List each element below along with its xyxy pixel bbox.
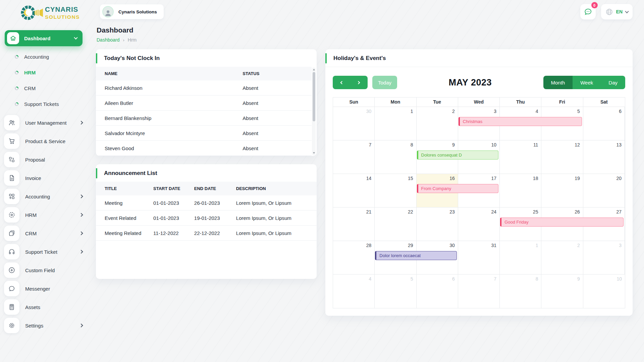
day-number: 2 <box>452 109 455 114</box>
calendar-day-cell[interactable]: 10 <box>583 275 625 308</box>
globe-icon <box>605 8 613 16</box>
calendar-day-cell[interactable]: 7 <box>458 275 500 308</box>
language-selector[interactable]: EN <box>601 4 633 19</box>
day-number: 29 <box>408 243 413 248</box>
nav-item-label: Invoice <box>25 175 83 181</box>
calendar-day-cell[interactable]: 7 <box>333 140 375 174</box>
employee-name: Bernard Blankenship <box>96 115 243 121</box>
announcement-title: Event Related <box>96 215 153 221</box>
calendar-day-cell[interactable]: 19 <box>541 174 583 207</box>
calendar-event[interactable]: Good Friday <box>500 218 624 227</box>
calendar-day-cell[interactable]: 15 <box>375 174 416 207</box>
calendar-day-cell[interactable]: 8 <box>500 275 541 308</box>
sidebar-item-product-service[interactable]: Product & Service <box>4 133 83 149</box>
day-number: 15 <box>408 176 413 181</box>
calendar-day-cell[interactable]: 21 <box>333 207 375 241</box>
calendar-day-cell[interactable]: 13 <box>583 140 625 174</box>
day-number: 16 <box>449 176 455 181</box>
announcement-start-date: 01-01-2023 <box>153 200 194 206</box>
sidebar-item-accounting[interactable]: Accounting <box>4 189 83 204</box>
day-of-week-header: Wed <box>458 98 500 107</box>
calendar-event[interactable]: From Company <box>417 184 499 193</box>
sidebar-subitem-hrm[interactable]: HRM <box>4 65 83 80</box>
calendar-weeks: 30123456Christmas78910111213Dolores cons… <box>333 107 625 308</box>
nav-item-label: Product & Service <box>25 138 83 144</box>
announcement-card-title: Announcement List <box>96 164 317 182</box>
calendar-day-cell[interactable]: 24 <box>458 207 500 241</box>
day-number: 11 <box>533 142 538 147</box>
sidebar-item-crm[interactable]: CRM <box>4 226 83 241</box>
main-content: Cynaris Solutions 0 EN <box>88 0 644 362</box>
sidebar-subitem-accounting[interactable]: Accounting <box>4 49 83 65</box>
column-header-end-date: END DATE <box>194 182 236 195</box>
breadcrumb-dashboard-link[interactable]: Dashboard <box>97 37 120 43</box>
calendar-day-cell[interactable]: 12 <box>541 140 583 174</box>
calendar-day-cell[interactable]: 1 <box>500 241 541 274</box>
hrm-icon <box>4 207 19 223</box>
column-header-start-date: START DATE <box>153 182 194 195</box>
nav-item-label: Accounting <box>25 194 80 199</box>
profile-chip[interactable]: Cynaris Solutions <box>100 4 164 19</box>
sidebar-item-support-ticket[interactable]: Support Ticket <box>4 244 83 259</box>
calendar-next-button[interactable] <box>350 76 368 89</box>
calendar-day-cell[interactable]: 23 <box>417 207 458 241</box>
calendar-day-cell[interactable]: 28 <box>333 241 375 274</box>
table-scrollbar[interactable] <box>312 67 316 155</box>
scrollbar-thumb[interactable] <box>313 72 315 121</box>
sidebar-item-proposal[interactable]: Proposal <box>4 152 83 167</box>
calendar-day-cell[interactable]: 6 <box>417 275 458 308</box>
sidebar-item-settings[interactable]: Settings <box>4 318 83 333</box>
calendar-day-cell[interactable]: 2 <box>541 241 583 274</box>
calendar-day-cell[interactable]: 5 <box>375 275 416 308</box>
calendar-day-cell[interactable]: 6 <box>583 107 625 140</box>
nav-item-label: CRM <box>25 231 80 236</box>
subitem-label: Accounting <box>24 54 49 60</box>
day-number: 14 <box>366 176 372 181</box>
day-number: 9 <box>452 142 455 147</box>
employee-name: Steven Good <box>96 145 243 151</box>
table-row: Salvador McintyreAbsent <box>96 126 312 141</box>
brand-line2: SOLUTIONS <box>45 14 80 20</box>
calendar-day-cell[interactable]: 22 <box>375 207 416 241</box>
scroll-down-arrow-icon[interactable] <box>313 152 315 154</box>
calendar-day-cell[interactable]: 4 <box>333 275 375 308</box>
calendar-prev-button[interactable] <box>333 76 350 89</box>
sidebar-subitem-support-tickets[interactable]: Support Tickets <box>4 96 83 112</box>
calendar-day-cell[interactable]: 18 <box>500 174 541 207</box>
day-number: 19 <box>575 176 580 181</box>
view-week-button[interactable]: Week <box>573 76 601 89</box>
calendar-day-cell[interactable]: 31 <box>458 241 500 274</box>
day-number: 20 <box>616 176 622 181</box>
calendar-day-cell[interactable]: 1 <box>375 107 416 140</box>
table-row: Steven GoodAbsent <box>96 141 312 156</box>
calendar-day-cell[interactable]: 3 <box>583 241 625 274</box>
calculator-icon <box>4 299 19 315</box>
view-day-button[interactable]: Day <box>601 76 625 89</box>
today-button[interactable]: Today <box>372 76 397 89</box>
calendar-day-cell[interactable]: 11 <box>500 140 541 174</box>
calendar-event[interactable]: Dolores consequat D <box>417 150 499 160</box>
sidebar-item-custom-field[interactable]: Custom Field <box>4 262 83 278</box>
sidebar-item-messenger[interactable]: Messenger <box>4 281 83 296</box>
calendar-event[interactable]: Dolor lorem occaecat <box>375 251 457 260</box>
column-header-description: DESCRIPTION <box>236 182 317 195</box>
sidebar-item-invoice[interactable]: Invoice <box>4 170 83 186</box>
calendar-day-cell[interactable]: 20 <box>583 174 625 207</box>
calendar-day-cell[interactable]: 30 <box>333 107 375 140</box>
calendar-day-cell[interactable]: 2 <box>417 107 458 140</box>
sidebar-subitem-crm[interactable]: CRM <box>4 80 83 96</box>
calendar-event[interactable]: Christmas <box>459 117 582 126</box>
scroll-up-arrow-icon[interactable] <box>313 69 315 70</box>
sidebar-item-hrm[interactable]: HRM <box>4 207 83 223</box>
calendar-day-cell[interactable]: 9 <box>541 275 583 308</box>
sidebar-item-user-management[interactable]: User Management <box>4 115 83 130</box>
calendar-day-cell[interactable]: 14 <box>333 174 375 207</box>
notifications-button[interactable]: 0 <box>580 4 596 19</box>
announcement-end-date: 19-01-2023 <box>194 215 236 221</box>
view-month-button[interactable]: Month <box>543 76 573 89</box>
chevron-left-icon <box>340 81 344 84</box>
sidebar-item-dashboard[interactable]: Dashboard <box>5 30 83 46</box>
calendar-day-cell[interactable]: 8 <box>375 140 416 174</box>
sidebar-item-assets[interactable]: Assets <box>4 299 83 315</box>
profile-name: Cynaris Solutions <box>118 9 157 14</box>
